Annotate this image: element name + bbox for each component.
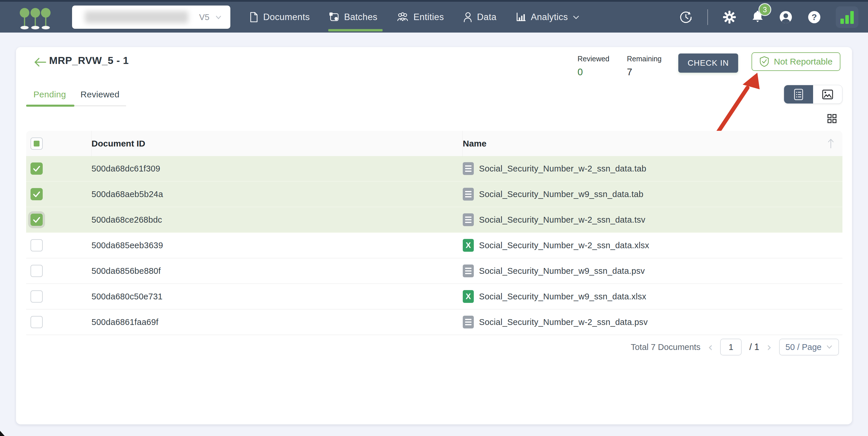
not-reportable-button[interactable]: Not Reportable: [751, 52, 840, 71]
row-doc-id: 500da68ce268bdc: [92, 215, 463, 225]
next-page-button[interactable]: ›: [767, 341, 772, 353]
chevron-down-icon: [572, 15, 580, 20]
active-tab-indicator: [26, 105, 74, 107]
shield-check-icon: [760, 56, 769, 67]
nav-divider: [707, 9, 708, 25]
page-size-select[interactable]: 50 / Page: [779, 339, 839, 355]
row-doc-id: 500da6856be880f: [92, 266, 463, 276]
search-version-selector[interactable]: V5: [199, 12, 210, 22]
row-checkbox[interactable]: [31, 265, 43, 277]
check-icon: [32, 189, 41, 199]
table-row[interactable]: 500da68aeb5b24a Social_Security_Number_w…: [26, 182, 842, 207]
list-view-button[interactable]: [784, 85, 813, 104]
notifications-button[interactable]: 3: [751, 9, 764, 25]
row-file-name: Social_Security_Number_w-2_ssn_data.tsv: [479, 215, 646, 225]
search-redacted-text: [85, 11, 188, 23]
bar-chart-icon: [516, 12, 526, 22]
row-checkbox[interactable]: [31, 290, 43, 302]
nav-item-batches[interactable]: Batches: [329, 2, 377, 33]
row-checkbox[interactable]: [31, 316, 43, 328]
table-row[interactable]: 500da68ce268bdc Social_Security_Number_w…: [26, 207, 842, 233]
nav-item-label: Data: [477, 12, 496, 22]
app-screen: V5 Documents Batches: [0, 0, 868, 436]
check-icon: [32, 164, 41, 174]
nav-item-label: Entities: [413, 12, 444, 22]
check-icon: [32, 215, 41, 225]
check-in-button[interactable]: CHECK IN: [678, 54, 738, 73]
history-icon[interactable]: [679, 10, 693, 24]
tab-pending[interactable]: Pending: [33, 89, 66, 99]
excel-file-icon: X: [463, 239, 474, 252]
reviewed-stat: Reviewed 0: [578, 55, 610, 78]
chart-bar-icon: [850, 11, 854, 24]
back-arrow-icon[interactable]: [33, 57, 47, 67]
table-row[interactable]: 500da6861faa69f Social_Security_Number_w…: [26, 310, 842, 335]
row-file-name: Social_Security_Number_w9_ssn_data.psv: [479, 266, 645, 276]
table-body: 500da68dc61f309 Social_Security_Number_w…: [26, 156, 842, 335]
batches-icon: [329, 12, 339, 22]
row-checkbox[interactable]: [31, 214, 43, 226]
header-checkbox-cell: [26, 131, 92, 156]
current-page-input[interactable]: 1: [720, 339, 742, 355]
row-doc-id: 500da68dc61f309: [92, 164, 463, 174]
nav-item-entities[interactable]: Entities: [397, 2, 444, 33]
row-file-name: Social_Security_Number_w-2_ssn_data.tab: [479, 164, 646, 174]
image-view-button[interactable]: [813, 85, 842, 104]
column-settings-grid-icon[interactable]: [827, 114, 837, 123]
user-avatar-icon[interactable]: [779, 10, 793, 24]
nav-item-data[interactable]: Data: [463, 2, 496, 33]
top-nav: V5 Documents Batches: [0, 0, 868, 33]
table-file-icon: [463, 213, 474, 226]
row-checkbox-cell: [26, 214, 92, 226]
column-header-document-id[interactable]: Document ID: [92, 131, 463, 156]
brand-logo[interactable]: [16, 5, 63, 32]
tab-track: [74, 105, 126, 106]
three-trees-logo-icon: [16, 5, 63, 31]
indeterminate-checkbox-mark: [34, 141, 39, 146]
select-all-checkbox[interactable]: [31, 138, 43, 150]
search-input[interactable]: V5: [72, 5, 230, 29]
nav-item-documents[interactable]: Documents: [249, 2, 310, 33]
annotation-arrow: [705, 71, 780, 138]
table-file-icon: [463, 264, 474, 277]
remaining-value: 7: [627, 66, 662, 78]
table-row[interactable]: 500da680c50e731 X Social_Security_Number…: [26, 284, 842, 310]
svg-text:?: ?: [812, 12, 817, 22]
table-row[interactable]: 500da685eeb3639 X Social_Security_Number…: [26, 233, 842, 258]
notification-count-badge: 3: [758, 3, 771, 16]
table-row[interactable]: 500da68dc61f309 Social_Security_Number_w…: [26, 156, 842, 182]
column-header-name[interactable]: Name: [463, 131, 842, 156]
row-checkbox-cell: [26, 316, 92, 328]
table-file-icon: [463, 316, 474, 328]
row-file-name: Social_Security_Number_w9_ssn_data.xlsx: [479, 292, 646, 301]
table-file-icon: [463, 162, 474, 175]
previous-page-button[interactable]: ‹: [708, 341, 713, 353]
help-icon[interactable]: ?: [807, 10, 821, 24]
chevron-down-icon: [826, 345, 833, 349]
primary-nav: Documents Batches Ent: [249, 2, 580, 33]
row-checkbox-cell: [26, 239, 92, 252]
row-checkbox-cell: [26, 163, 92, 175]
green-analytics-button[interactable]: [836, 6, 859, 28]
chevron-down-icon[interactable]: [215, 16, 222, 20]
pagination: Total 7 Documents ‹ 1 / 1 › 50 / Page: [631, 338, 839, 356]
image-view-icon: [822, 89, 833, 99]
table-header: Document ID Name: [26, 131, 842, 156]
documents-table: Document ID Name 500da68dc61f309 Social_…: [26, 131, 842, 335]
screen-corner-artifact: [0, 431, 5, 436]
table-row[interactable]: 500da6856be880f Social_Security_Number_w…: [26, 258, 842, 284]
nav-item-analytics[interactable]: Analytics: [516, 2, 580, 33]
row-doc-id: 500da68aeb5b24a: [92, 190, 463, 199]
table-file-icon: [463, 188, 474, 201]
row-doc-id: 500da680c50e731: [92, 292, 463, 301]
total-documents-label: Total 7 Documents: [631, 342, 701, 352]
nav-item-label: Batches: [344, 12, 377, 22]
tab-reviewed[interactable]: Reviewed: [81, 89, 119, 99]
row-file-name: Social_Security_Number_w9_ssn_data.tab: [479, 190, 644, 199]
gear-icon[interactable]: [722, 10, 736, 24]
sort-ascending-icon[interactable]: [827, 138, 835, 149]
row-checkbox[interactable]: [31, 239, 43, 252]
row-checkbox[interactable]: [31, 163, 43, 175]
list-view-icon: [794, 89, 804, 100]
row-checkbox[interactable]: [31, 188, 43, 200]
